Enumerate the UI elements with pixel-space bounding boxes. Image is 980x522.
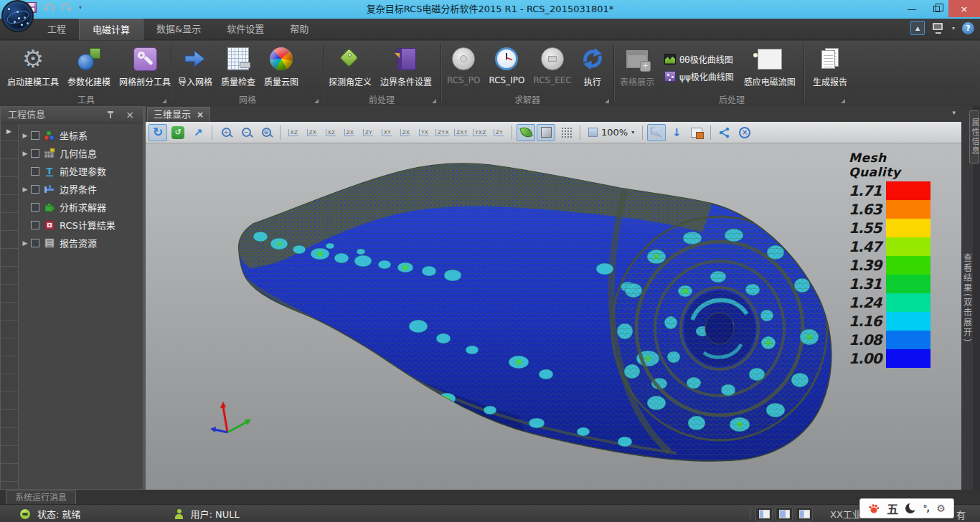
parametric-modeling-button[interactable]: 参数化建模	[63, 42, 115, 92]
tree-checkbox[interactable]	[31, 203, 39, 212]
quality-check-button[interactable]: 质量检查	[217, 42, 260, 92]
menu-tab-help[interactable]: 帮助	[277, 19, 321, 40]
view-orientation-button[interactable]: XY	[378, 124, 395, 141]
view-orientation-button[interactable]: ZX	[341, 124, 358, 141]
view-orientation-button[interactable]: XZ	[285, 124, 302, 141]
zoom-level-combo[interactable]: 100% ▾	[585, 124, 638, 141]
zoom-out-icon: −	[242, 128, 251, 137]
ime-moon-icon[interactable]	[905, 503, 915, 513]
display-style-icon[interactable]	[932, 22, 945, 34]
layers-button[interactable]	[687, 124, 706, 141]
boundary-condition-button[interactable]: 边界条件设置	[376, 42, 436, 92]
tree-checkbox[interactable]	[31, 131, 39, 140]
view-orientation-button[interactable]: XZ	[322, 124, 339, 141]
wireframe-button[interactable]	[557, 124, 575, 141]
help-button[interactable]: ?	[962, 22, 974, 34]
mesh-partition-tool-button[interactable]: 网格剖分工具	[115, 42, 175, 92]
report-pages-icon	[821, 48, 839, 70]
quality-cloud-map-button[interactable]: 质量云图	[260, 42, 303, 92]
theta-polarization-curve-button[interactable]: θθ极化曲线图	[664, 53, 734, 65]
tree-checkbox[interactable]	[31, 221, 39, 229]
menu-tab-project[interactable]: 工程	[34, 19, 79, 40]
collapse-ribbon-button[interactable]: ▲	[910, 21, 925, 35]
region-select-button[interactable]	[647, 124, 666, 141]
view-orientation-button[interactable]: YXZ	[471, 124, 489, 141]
tree-item-geometry-info[interactable]: ▶ 几何信息	[19, 144, 143, 162]
launch-modeling-tool-button[interactable]: ⚙ 启动建模工具	[3, 42, 63, 92]
execute-button[interactable]: 执行	[576, 42, 609, 92]
close-button[interactable]: ×	[948, 0, 980, 17]
tree-checkbox[interactable]	[31, 185, 39, 194]
view-orientation-button[interactable]: ZYX	[434, 124, 451, 141]
pan-view-button[interactable]: ↗	[189, 124, 207, 141]
minimize-button[interactable]: —	[900, 0, 924, 17]
refresh-view-button[interactable]: ↺	[169, 124, 187, 141]
probe-angle-button[interactable]: 探测角定义	[324, 42, 376, 92]
close-view-button[interactable]: ×	[735, 124, 754, 141]
menu-tab-data-display[interactable]: 数据&显示	[143, 19, 214, 40]
group-dialog-launcher[interactable]	[314, 99, 319, 103]
pin-icon[interactable]	[107, 110, 114, 119]
ime-paw-icon[interactable]	[868, 503, 880, 514]
rcs-ipo-button[interactable]: RCS_IPO	[484, 42, 529, 92]
menu-tab-settings[interactable]: 软件设置	[214, 19, 277, 40]
tab-close-icon[interactable]: ×	[197, 108, 204, 122]
view-orientation-button[interactable]: ZX	[303, 124, 321, 141]
import-arrow-icon	[184, 47, 207, 70]
group-dialog-launcher[interactable]	[162, 99, 166, 103]
ime-mode-button[interactable]: 五	[887, 500, 898, 517]
expand-arrow-icon[interactable]: ▶	[19, 150, 31, 157]
view-orientation-button[interactable]: ZY	[490, 124, 507, 141]
zoom-out-button[interactable]: −	[237, 124, 255, 141]
tab-overflow-caret-icon[interactable]: ▾	[952, 109, 956, 116]
tree-item-rcs-results[interactable]: RCS计算结果	[19, 216, 143, 234]
tree-item-analysis-solver[interactable]: 分析求解器	[19, 198, 143, 216]
rotate-view-button[interactable]: ↻	[149, 124, 167, 141]
tree-checkbox[interactable]	[31, 167, 39, 176]
import-mesh-button[interactable]: 导入网格	[174, 42, 217, 92]
tree-checkbox[interactable]	[31, 239, 39, 247]
tab-3d-display[interactable]: 三维显示 ×	[147, 107, 210, 122]
flat-shade-button[interactable]	[537, 124, 555, 141]
display-style-caret-icon[interactable]: ▾	[952, 25, 955, 32]
view-orientation-button[interactable]: ZXY	[453, 124, 470, 141]
group-dialog-launcher[interactable]	[432, 99, 436, 103]
induction-current-map-button[interactable]: 感应电磁流图	[740, 42, 800, 92]
tree-item-report-resources[interactable]: ▶ 报告资源	[19, 234, 143, 252]
layout-wide-panel-button[interactable]	[776, 507, 793, 521]
zoom-in-button[interactable]: +	[217, 124, 235, 141]
layout-split-panel-button[interactable]	[796, 507, 813, 521]
results-side-tab[interactable]: 查看结果(双击展开)	[961, 106, 973, 490]
psi-polarization-curve-button[interactable]: ψψ极化曲线图	[664, 70, 734, 82]
group-divider	[440, 44, 442, 102]
view-orientation-button[interactable]: ZY	[359, 124, 377, 141]
ime-punctuation-button[interactable]: °,	[923, 503, 930, 513]
expand-arrow-icon[interactable]: ▶	[19, 132, 31, 139]
tree-checkbox[interactable]	[31, 149, 39, 158]
smooth-shade-button[interactable]	[517, 124, 535, 141]
tree-item-boundary-conditions[interactable]: ▶ 边界条件	[19, 180, 143, 198]
panel-close-icon[interactable]: ×	[126, 107, 134, 123]
expand-arrow-icon[interactable]: ▶	[19, 186, 31, 193]
system-messages-tab[interactable]: 系统运行消息	[6, 490, 76, 504]
view-orientation-button[interactable]: YX	[415, 124, 433, 141]
expand-arrow-icon[interactable]: ▶	[19, 239, 31, 247]
generate-report-button[interactable]: 生成报告	[809, 42, 852, 92]
group-dialog-launcher[interactable]	[841, 99, 845, 103]
tree-item-preprocess-params[interactable]: T 前处理参数	[19, 162, 143, 180]
menu-tab-em-compute[interactable]: 电磁计算	[79, 19, 143, 40]
layout-left-panel-button[interactable]	[755, 507, 773, 521]
view-orientation-button[interactable]: ZX	[397, 124, 414, 141]
chevron-right-icon[interactable]: ▶	[6, 128, 11, 135]
viewport-canvas[interactable]: Mesh Quality 1.711.631.551.471.391.311.2…	[146, 143, 961, 490]
drop-down-view-button[interactable]: ↓	[667, 124, 686, 141]
app-logo[interactable]	[1, 0, 34, 32]
properties-side-tab[interactable]: 属性信息	[969, 110, 979, 163]
ime-settings-gear-icon[interactable]: ⚙	[936, 503, 946, 514]
legend-entry: 1.55	[849, 219, 942, 237]
tree-item-coordinate-system[interactable]: ▶ 坐标系	[19, 126, 143, 144]
group-dialog-launcher[interactable]	[605, 99, 609, 103]
zoom-fit-button[interactable]: ⊕	[257, 124, 275, 141]
share-view-button[interactable]	[715, 124, 734, 141]
restore-button[interactable]	[924, 0, 948, 17]
